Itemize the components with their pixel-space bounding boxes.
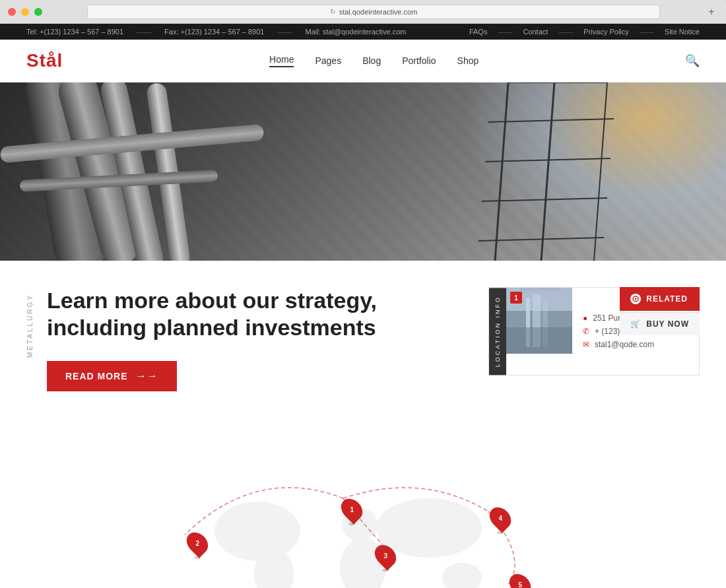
svg-line-2	[594, 82, 607, 261]
buy-now-button[interactable]: 🛒 BUY NOW	[620, 312, 700, 335]
divider-1: ——	[137, 28, 151, 36]
tel-info: Tel: +(123) 1234 – 567 – 8901	[26, 28, 123, 36]
nav-pages[interactable]: Pages	[315, 55, 341, 66]
content-text-area: Learn more about our strategy, including…	[47, 287, 488, 391]
privacy-link[interactable]: Privacy Policy	[583, 28, 628, 36]
divider-2: ——	[277, 28, 292, 36]
email-row: ✉ stal1@qode.com	[583, 340, 669, 349]
nav-shop[interactable]: Shop	[457, 55, 479, 66]
related-button[interactable]: RELATED	[620, 287, 700, 311]
browser-window: ↻ stal.qodeinteractive.com + Tel: +(123)…	[0, 0, 726, 588]
svg-line-1	[541, 82, 554, 261]
site-logo[interactable]: Stål	[26, 50, 63, 71]
cart-icon: 🛒	[630, 319, 641, 329]
related-icon	[630, 294, 641, 304]
address-bar[interactable]: ↻ stal.qodeinteractive.com	[87, 5, 660, 19]
location-label: LOCATION INFO	[489, 288, 506, 375]
nav-blog[interactable]: Blog	[362, 55, 381, 66]
fax-info: Fax: +(123) 1234 – 567 – 8901	[164, 28, 264, 36]
notice-link[interactable]: Site Notice	[665, 28, 700, 36]
close-button[interactable]	[8, 8, 16, 16]
svg-line-5	[482, 198, 607, 201]
maximize-button[interactable]	[34, 8, 42, 16]
browser-titlebar: ↻ stal.qodeinteractive.com +	[0, 0, 726, 24]
site-header: Stål Home Pages Blog Portfolio Shop 🔍	[0, 40, 726, 82]
reload-icon: ↻	[330, 8, 335, 15]
new-tab-button[interactable]: +	[705, 5, 718, 18]
url-text: stal.qodeinteractive.com	[339, 8, 418, 16]
top-bar-contact: Tel: +(123) 1234 – 567 – 8901 —— Fax: +(…	[26, 28, 406, 36]
read-more-button[interactable]: Read More →→	[47, 361, 177, 391]
search-icon[interactable]: 🔍	[685, 53, 700, 68]
mail-info: Mail: stal@qodeinteractive.com	[305, 28, 406, 36]
top-bar-links: FAQs —— Contact —— Privacy Policy —— Sit…	[469, 28, 700, 36]
top-info-bar: Tel: +(123) 1234 – 567 – 8901 —— Fax: +(…	[0, 24, 726, 40]
main-content: METALLURGY Learn more about our strategy…	[0, 261, 726, 459]
contact-link[interactable]: Contact	[523, 28, 548, 36]
nav-portfolio[interactable]: Portfolio	[402, 55, 436, 66]
faqs-link[interactable]: FAQs	[469, 28, 488, 36]
map-arcs-svg	[26, 478, 700, 588]
email-icon: ✉	[583, 340, 589, 349]
related-inner-icon	[632, 296, 639, 302]
svg-rect-13	[506, 327, 572, 354]
svg-point-16	[635, 298, 637, 300]
side-buttons: RELATED 🛒 BUY NOW	[620, 287, 700, 335]
location-image: 1	[506, 288, 572, 354]
section-label: METALLURGY	[26, 294, 34, 358]
related-label: RELATED	[646, 294, 688, 304]
content-section: METALLURGY Learn more about our strategy…	[26, 287, 700, 405]
main-nav: Home Pages Blog Portfolio Shop	[269, 54, 478, 67]
nav-home[interactable]: Home	[269, 54, 294, 67]
section-headline: Learn more about our strategy, including…	[47, 287, 462, 341]
phone-icon: ✆	[583, 327, 589, 336]
map-section: 1 2 3 4	[0, 459, 726, 588]
svg-line-0	[495, 82, 508, 261]
minimize-button[interactable]	[21, 8, 29, 16]
buy-now-label: BUY NOW	[646, 319, 689, 329]
scaffold-svg	[475, 82, 673, 261]
email-text: stal1@qode.com	[595, 340, 654, 349]
pipe-container	[0, 82, 726, 261]
arrow-right-icon: →→	[136, 370, 158, 382]
location-icon: ●	[583, 313, 587, 323]
hero-image	[0, 82, 726, 261]
location-badge: 1	[510, 292, 522, 304]
